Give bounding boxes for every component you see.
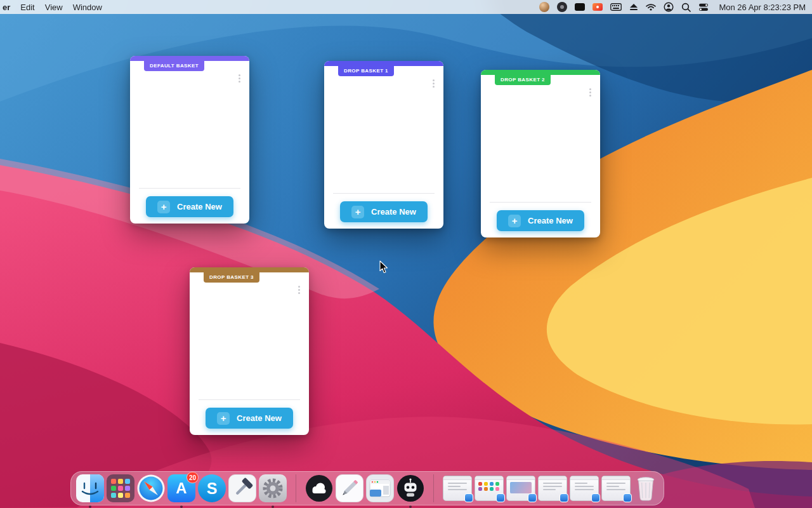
minimized-window-thumbnail[interactable] — [506, 476, 535, 501]
launchpad-icon — [107, 474, 134, 502]
menu-clock[interactable]: Mon 26 Apr 8:23:23 PM — [719, 3, 806, 12]
thumbnail-titlebar — [475, 476, 503, 480]
basket-drop-area[interactable] — [136, 77, 243, 182]
basket-drop-area[interactable] — [487, 91, 594, 196]
app-menus: er Edit View Window — [3, 3, 102, 12]
spotlight-search-icon[interactable] — [681, 3, 691, 12]
app-badge-icon — [528, 493, 537, 502]
create-new-button[interactable]: + Create New — [497, 210, 584, 231]
app-badge-icon — [464, 493, 473, 502]
basket-title-tab: DROP BASKET 3 — [204, 272, 259, 283]
basket-window-drop-basket-3: DROP BASKET 3 + Create New — [190, 267, 309, 435]
dock-robot-app[interactable] — [396, 474, 424, 502]
basket-accent-strip — [481, 70, 600, 75]
basket-divider — [333, 193, 435, 194]
basket-window-drop-basket-1: DROP BASKET 1 + Create New — [324, 61, 443, 229]
thumbnail-titlebar — [539, 476, 566, 480]
menu-view[interactable]: View — [45, 3, 63, 12]
control-center-icon[interactable] — [698, 3, 709, 11]
robot-icon — [396, 474, 424, 502]
basket-title-tab: DROP BASKET 2 — [495, 75, 551, 85]
minimized-window-thumbnail[interactable] — [601, 476, 631, 501]
menu-window[interactable]: Window — [73, 3, 102, 12]
create-new-button[interactable]: + Create New — [206, 408, 293, 429]
thumbnail-titlebar — [570, 476, 598, 480]
dock-divider — [433, 474, 434, 502]
finder-icon — [76, 474, 104, 502]
create-new-button[interactable]: + Create New — [146, 196, 233, 217]
basket-divider — [139, 188, 240, 189]
running-indicator — [272, 505, 274, 508]
notification-badge: 20 — [187, 472, 199, 483]
app-badge-icon — [623, 493, 632, 502]
dock-safari[interactable] — [137, 474, 165, 502]
basket-window-drop-basket-2: DROP BASKET 2 + Create New — [481, 70, 600, 237]
cloud-icon — [305, 474, 333, 502]
record-status-icon[interactable] — [593, 3, 603, 11]
basket-title: DROP BASKET 2 — [501, 77, 545, 83]
dock-xcode[interactable] — [228, 474, 256, 502]
avatar-status-icon[interactable] — [539, 2, 549, 12]
basket-accent-strip — [324, 61, 443, 66]
keyboard-status-icon[interactable] — [610, 3, 622, 11]
basket-window-default-basket: DEFAULT BASKET + Create New — [130, 56, 249, 224]
minimized-window-thumbnail[interactable] — [443, 476, 472, 501]
basket-title: DROP BASKET 3 — [209, 274, 254, 280]
plus-icon: + — [508, 215, 521, 227]
basket-divider — [199, 399, 300, 400]
gear-icon — [259, 474, 287, 502]
create-new-label: Create New — [371, 207, 416, 217]
minimized-window-thumbnail[interactable] — [538, 476, 567, 501]
safari-icon — [137, 474, 165, 502]
plus-icon: + — [217, 412, 230, 425]
xcode-hammer-icon — [228, 474, 256, 502]
status-menu-area: Mon 26 Apr 8:23:23 PM — [539, 2, 806, 12]
create-new-label: Create New — [237, 413, 282, 423]
dock-system-preferences[interactable] — [259, 474, 287, 502]
minimized-window-thumbnail[interactable] — [570, 476, 599, 501]
pencil-icon — [336, 474, 363, 502]
basket-title: DEFAULT BASKET — [150, 63, 199, 69]
display-status-icon[interactable] — [575, 3, 585, 11]
dock-window-app[interactable] — [366, 474, 394, 502]
basket-accent-strip — [190, 267, 309, 272]
create-new-button[interactable]: + Create New — [340, 201, 428, 222]
app-badge-icon — [591, 493, 600, 502]
basket-title-tab: DEFAULT BASKET — [144, 61, 204, 71]
menu-edit[interactable]: Edit — [20, 3, 34, 12]
thumbnail-titlebar — [507, 476, 535, 480]
menu-app-name[interactable]: er — [3, 3, 10, 12]
window-app-icon — [366, 474, 394, 502]
wifi-status-icon[interactable] — [646, 3, 656, 11]
basket-drop-area[interactable] — [331, 83, 437, 187]
camera-lens-status-icon[interactable] — [557, 2, 567, 12]
running-indicator — [409, 505, 412, 508]
running-indicator — [180, 505, 183, 508]
dock-launchpad[interactable] — [107, 474, 134, 502]
dock-divider — [296, 474, 296, 502]
mouse-cursor — [379, 260, 388, 274]
plus-icon: + — [351, 206, 364, 218]
dock-pencil-app[interactable] — [336, 474, 363, 502]
dock-app-store[interactable]: A 20 — [167, 474, 195, 502]
skype-glyph: S — [207, 479, 218, 498]
trash-icon — [633, 474, 658, 502]
dock-cloud-app[interactable] — [305, 474, 333, 502]
basket-divider — [490, 202, 591, 203]
skype-icon: S — [198, 474, 226, 502]
basket-drop-area[interactable] — [196, 289, 303, 393]
create-new-label: Create New — [528, 216, 573, 225]
basket-title-tab: DROP BASKET 1 — [338, 66, 394, 76]
menu-bar: er Edit View Window — [0, 0, 812, 14]
minimized-window-thumbnail[interactable] — [475, 476, 504, 501]
dock-trash[interactable] — [633, 474, 658, 502]
running-indicator — [89, 505, 91, 508]
dock-finder[interactable] — [76, 474, 104, 502]
plus-icon: + — [157, 201, 170, 213]
eject-status-icon[interactable] — [629, 3, 638, 11]
user-switch-status-icon[interactable] — [664, 2, 674, 12]
create-new-label: Create New — [177, 202, 222, 211]
dock-skype[interactable]: S — [198, 474, 226, 502]
thumbnail-titlebar — [602, 476, 630, 480]
svg-text:A: A — [176, 479, 187, 497]
